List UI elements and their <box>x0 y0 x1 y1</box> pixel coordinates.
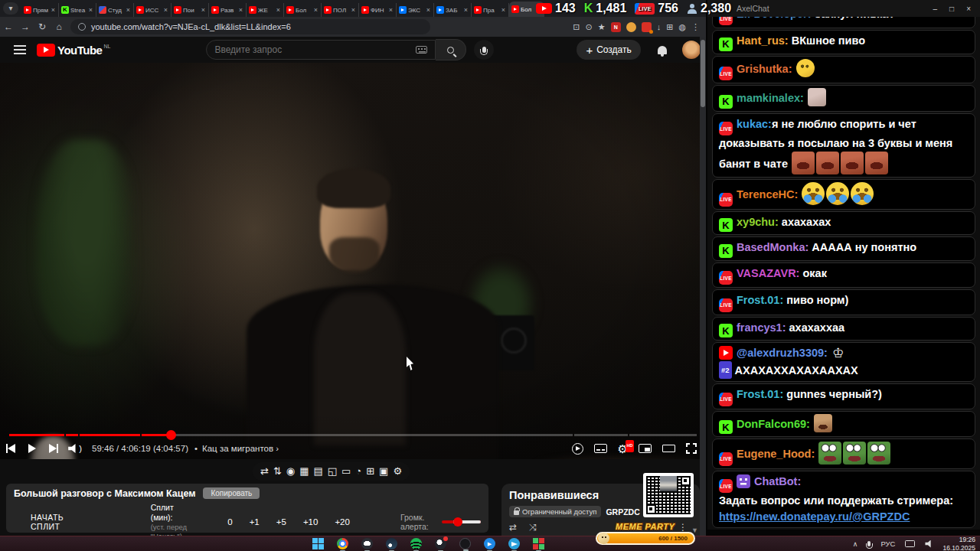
taskbar-app-spotify[interactable] <box>410 538 422 549</box>
playlist-channel[interactable]: GRPZDC <box>606 507 639 517</box>
extension-orange-icon[interactable] <box>626 22 636 32</box>
taskbar-app-player[interactable]: ▶ <box>484 538 495 549</box>
keyboard-icon[interactable] <box>416 46 427 54</box>
chat-username[interactable]: xy9chu: <box>737 216 779 228</box>
browser-tab[interactable]: Студ× <box>96 3 134 17</box>
youtube-logo[interactable]: YouTube NL <box>37 44 110 57</box>
taskbar-app-chrome[interactable] <box>337 538 348 549</box>
close-tab-icon[interactable]: × <box>201 6 206 14</box>
browser-tab[interactable]: ЗАБ× <box>434 3 472 17</box>
loop-icon[interactable]: ⇄ <box>260 462 269 481</box>
address-bar[interactable]: youtube.com/watch?v=NJEa-cL_dlk&list=LL&… <box>70 19 430 34</box>
close-tab-icon[interactable]: × <box>313 6 318 14</box>
chat-username[interactable]: Hant_rus: <box>737 34 789 47</box>
miniplayer-icon[interactable] <box>639 444 652 453</box>
close-tab-icon[interactable]: × <box>163 6 168 14</box>
chat-messages[interactable]: KP4triot:ВК KReadison1: пиво достигло це… <box>707 17 980 530</box>
page-scrollbar[interactable] <box>700 37 706 536</box>
taskbar-app-core[interactable] <box>459 538 471 549</box>
start-split-button[interactable]: НАЧАТЬ СПЛИТ <box>14 510 80 533</box>
chat-username[interactable]: @alexdruzh3309: <box>737 347 828 359</box>
chat-username[interactable]: Frost.01: <box>737 388 783 400</box>
split-value-button[interactable]: +1 <box>250 517 260 527</box>
chat-username[interactable]: TerenceHC: <box>737 188 798 201</box>
url-text[interactable]: youtube.com/watch?v=NJEa-cL_dlk&list=LL&… <box>91 22 291 31</box>
back-icon[interactable]: ← <box>0 21 17 32</box>
chat-username[interactable]: ChatBot: <box>754 475 801 487</box>
copy-button[interactable]: Копировать <box>203 487 260 499</box>
minimize-button[interactable]: – <box>933 5 938 13</box>
close-tab-icon[interactable]: × <box>238 6 243 14</box>
tray-expand-icon[interactable]: ∧ <box>853 540 858 548</box>
chat-username[interactable]: Frost.01: <box>737 294 783 306</box>
browser-tab[interactable]: ИСС× <box>134 3 172 17</box>
volume-steps-icon[interactable]: ⇅ <box>273 462 282 481</box>
close-tab-icon[interactable]: × <box>501 6 506 14</box>
chat-username[interactable]: Elf Developer: <box>737 17 812 20</box>
zoom-icon[interactable]: ⊙ <box>586 22 593 32</box>
language-indicator[interactable]: РУС <box>880 540 895 548</box>
settings-icon[interactable]: ⚙ <box>393 462 402 481</box>
browser-tab[interactable]: KStrea× <box>59 3 96 17</box>
resize-icon[interactable]: ◱ <box>328 462 337 481</box>
browser-tab[interactable]: ЖЕ× <box>247 3 284 17</box>
save-tab-group-icon[interactable]: ⊡ <box>573 22 580 32</box>
notifications-bell-icon[interactable] <box>658 46 667 54</box>
tray-volume-icon[interactable] <box>925 540 933 548</box>
chapter-title[interactable]: Кац за мигрантов › <box>202 444 279 453</box>
close-tab-icon[interactable]: × <box>463 6 469 14</box>
browser-tab[interactable]: Бол× <box>284 3 322 17</box>
tab-search-chevron-icon[interactable]: ▾ <box>3 2 18 15</box>
previous-button[interactable] <box>0 438 21 459</box>
next-button[interactable] <box>43 438 64 459</box>
search-box[interactable] <box>206 40 436 60</box>
chat-username[interactable]: DonFalcon69: <box>737 418 810 430</box>
chat-username[interactable]: kukac: <box>737 118 772 130</box>
chat-username[interactable]: VASAZAVR: <box>737 267 799 279</box>
site-settings-icon[interactable] <box>78 23 86 31</box>
chat-username[interactable]: Grishutka: <box>737 63 792 75</box>
reload-icon[interactable]: ↻ <box>34 21 51 32</box>
cinema-mode-icon[interactable]: ▤ <box>313 462 322 481</box>
browser-tab[interactable]: ЭКС× <box>397 3 434 17</box>
chat-username[interactable]: BasedMonka: <box>737 241 808 253</box>
menu-burger-icon[interactable] <box>14 45 26 54</box>
chat-username[interactable]: francys1: <box>737 321 786 334</box>
autoplay-icon[interactable] <box>572 443 583 455</box>
taskbar-app-steam[interactable] <box>386 538 397 549</box>
tray-display-icon[interactable] <box>905 540 915 547</box>
close-tab-icon[interactable]: × <box>426 6 431 14</box>
taskbar-app-discord[interactable] <box>361 538 373 549</box>
bookmark-star-icon[interactable]: ★ <box>598 22 606 32</box>
close-tab-icon[interactable]: × <box>388 6 394 14</box>
browser-tab[interactable]: Пра× <box>472 3 509 17</box>
split-value-button[interactable]: 0 <box>227 517 232 527</box>
split-value-button[interactable]: +10 <box>303 517 318 527</box>
slider-thumb[interactable] <box>453 517 462 527</box>
download-icon[interactable]: ↓ <box>657 22 662 31</box>
theater-mode-icon[interactable] <box>662 445 675 452</box>
close-button[interactable]: × <box>966 5 971 13</box>
close-tab-icon[interactable]: × <box>51 6 56 14</box>
screenshot-icon[interactable]: ▣ <box>379 462 388 481</box>
extension-red-icon[interactable]: N <box>611 22 621 32</box>
video-player[interactable]: ) 59:46 / 4:06:19 (4:04:57) • Кац за миг… <box>0 63 706 459</box>
voice-search-button[interactable] <box>474 40 494 60</box>
taskbar-app-obs[interactable] <box>435 538 446 549</box>
donation-link[interactable]: https://new.donatepay.ru/@GRPZDC <box>719 509 969 525</box>
taskbar-app-telegram[interactable] <box>508 538 520 549</box>
browser-tab[interactable]: Пои× <box>172 3 209 17</box>
tray-mic-icon[interactable] <box>867 541 871 546</box>
browser-tab[interactable]: ПОЛ× <box>322 3 359 17</box>
split-value-button[interactable]: +5 <box>276 517 286 527</box>
maximize-button[interactable]: □ <box>949 5 954 13</box>
extensions-puzzle-icon[interactable]: ⊞ <box>666 22 673 32</box>
close-tab-icon[interactable]: × <box>276 6 281 14</box>
progress-bar[interactable] <box>9 434 697 436</box>
taskbar-app-windows[interactable] <box>312 538 324 549</box>
quality-icon[interactable]: ▦ <box>299 462 309 481</box>
browser-menu-icon[interactable]: ⋮ <box>691 22 700 32</box>
create-button[interactable]: + Создать <box>577 40 640 60</box>
playlist-loop-icon[interactable]: ⇄ <box>509 522 517 533</box>
close-tab-icon[interactable]: × <box>126 6 131 14</box>
